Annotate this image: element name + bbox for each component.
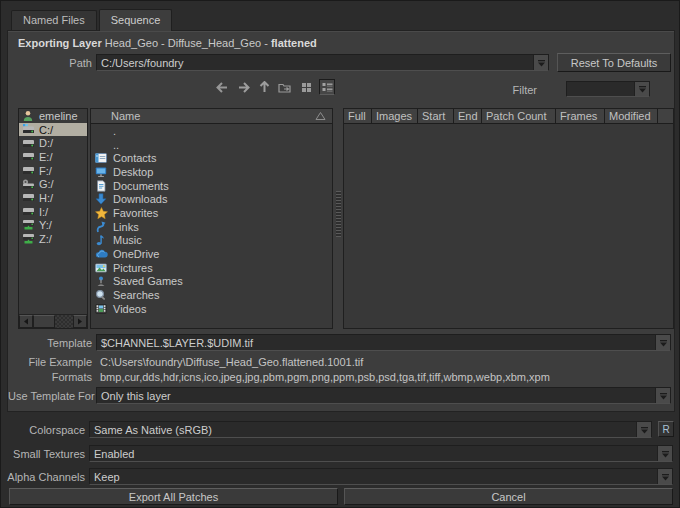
chevron-down-icon[interactable] [657,446,672,461]
layer-state-text: flattened [271,37,317,49]
back-icon[interactable] [214,79,230,95]
column-header-patch-count[interactable]: Patch Count [482,109,556,124]
filter-combobox[interactable] [566,81,650,97]
file-item-label: Documents [113,180,169,192]
contacts-icon [94,152,108,164]
drive-item-g[interactable]: G:/ [19,177,87,191]
drive-item-label: H:/ [39,192,53,204]
drives-horizontal-scrollbar[interactable] [19,314,87,328]
reset-to-defaults-button[interactable]: Reset To Defaults [557,53,671,72]
chevron-down-icon[interactable] [634,82,649,96]
template-value: $CHANNEL.$LAYER.$UDIM.tif [97,337,655,349]
column-header-filler [658,109,673,124]
documents-icon [94,180,108,192]
column-header-frames[interactable]: Frames [556,109,605,124]
drive-item-c[interactable]: C:/ [19,123,87,137]
name-column-header[interactable]: Name [91,109,332,124]
chevron-down-icon[interactable] [655,335,670,350]
file-item-videos[interactable]: Videos [91,302,332,316]
chevron-down-icon[interactable] [655,388,670,403]
file-item-label: Favorites [113,207,158,219]
tab-sequence[interactable]: Sequence [99,9,173,31]
file-item-label: Music [113,234,142,246]
drive-icon [21,165,35,177]
file-item-label: Videos [113,303,146,315]
file-item-label: OneDrive [113,248,159,260]
drive-item-emeline[interactable]: emeline [19,109,87,123]
colorspace-reset-button[interactable]: R [658,421,674,437]
template-combobox[interactable]: $CHANNEL.$LAYER.$UDIM.tif [96,334,671,351]
scroll-right-button[interactable] [73,315,87,328]
details-view-icon[interactable] [319,79,335,95]
grid-view-icon[interactable] [298,79,314,95]
export-all-patches-button[interactable]: Export All Patches [9,488,338,505]
file-item-label: .. [113,139,119,151]
drive-item-label: emeline [39,110,78,122]
alpha-channels-combobox[interactable]: Keep [89,468,673,485]
sequence-table-body[interactable] [344,124,673,328]
drive-item-e[interactable]: E:/ [19,150,87,164]
name-column-label: Name [91,110,315,122]
drive-item-h[interactable]: H:/ [19,191,87,205]
onedrive-icon [94,248,108,260]
scrollbar-track[interactable] [55,315,73,328]
use-template-for-value: Only this layer [97,390,655,402]
small-textures-combobox[interactable]: Enabled [89,445,673,462]
drive-item-d[interactable]: D:/ [19,136,87,150]
scroll-left-button[interactable] [19,315,33,328]
file-item-contacts[interactable]: Contacts [91,151,332,165]
desktop-icon [94,166,108,178]
drive-item-label: C:/ [39,124,53,136]
drive-icon [21,151,35,163]
path-combobox[interactable]: C:/Users/foundry [96,54,549,71]
file-item-downloads[interactable]: Downloads [91,192,332,206]
drive-item-label: E:/ [39,151,52,163]
formats-value: bmp,cur,dds,hdr,icns,ico,jpeg,jpg,pbm,pg… [100,371,550,383]
cancel-button[interactable]: Cancel [344,488,673,505]
column-header-start[interactable]: Start [418,109,454,124]
panel-splitter-handle[interactable] [336,191,341,237]
file-item-onedrive[interactable]: OneDrive [91,247,332,261]
file-item-favorites[interactable]: Favorites [91,206,332,220]
small-textures-value: Enabled [90,448,657,460]
drive-item-z[interactable]: Z:/ [19,232,87,246]
blank-icon [94,139,108,151]
file-item-pictures[interactable]: Pictures [91,261,332,275]
drive-icon [21,206,35,218]
music-icon [94,234,108,246]
drive-list: emelineC:/D:/E:/F:/G:/H:/I:/Y:/Z:/ [19,109,87,246]
file-browser-toolbar [214,79,335,95]
chevron-down-icon[interactable] [636,422,651,437]
tab-named-files[interactable]: Named Files [11,10,97,30]
forward-icon[interactable] [235,79,251,95]
file-item-links[interactable]: Links [91,220,332,234]
file-item-desktop[interactable]: Desktop [91,165,332,179]
scrollbar-thumb[interactable] [33,315,55,328]
up-icon[interactable] [256,79,272,95]
drive-item-f[interactable]: F:/ [19,164,87,178]
colorspace-combobox[interactable]: Same As Native (sRGB) [89,421,652,438]
network-drive-icon [21,233,35,245]
chevron-down-icon[interactable] [657,469,672,484]
use-template-for-combobox[interactable]: Only this layer [96,387,671,404]
file-item-saved-games[interactable]: Saved Games [91,275,332,289]
drive-icon [21,137,35,149]
drive-item-y[interactable]: Y:/ [19,219,87,233]
tab-bar: Named Files Sequence [11,9,174,30]
user-icon [21,110,35,122]
file-item-documents[interactable]: Documents [91,179,332,193]
file-item-searches[interactable]: Searches [91,288,332,302]
file-item-item[interactable]: . [91,124,332,138]
drive-item-i[interactable]: I:/ [19,205,87,219]
file-example-value: C:\Users\foundry\Diffuse_Head_Geo.flatte… [100,356,363,368]
column-header-full[interactable]: Full [344,109,372,124]
file-item-item[interactable]: .. [91,138,332,152]
file-item-music[interactable]: Music [91,234,332,248]
sequence-table-header: FullImagesStartEndPatch CountFramesModif… [344,109,673,124]
chevron-down-icon[interactable] [533,55,548,70]
column-header-end[interactable]: End [454,109,482,124]
new-folder-icon[interactable] [277,79,293,95]
videos-icon [94,303,108,315]
column-header-modified[interactable]: Modified [605,109,658,124]
column-header-images[interactable]: Images [372,109,418,124]
